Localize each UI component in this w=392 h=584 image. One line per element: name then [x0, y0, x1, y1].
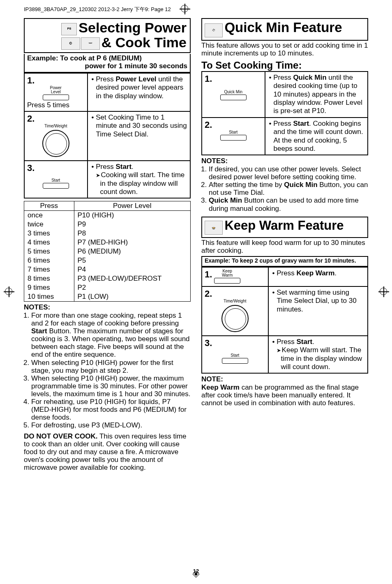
- step2-bullet: • Set Cooking Time to 1 minute and 30 se…: [90, 113, 187, 138]
- example-header: Example: To cook at P 6 (MEDIUM) power f…: [24, 54, 191, 72]
- fan-icon: 〰: [81, 37, 100, 50]
- registration-mark-icon: [5, 288, 12, 295]
- selecting-power-title-box: P8 Selecting Power ⏲ 〰 & Cook Time: [24, 18, 191, 53]
- kw-step3-arrow: Keep Warm will start. The time in the di…: [271, 346, 365, 371]
- power-level-button: PowerLevel: [27, 86, 85, 94]
- do-not-overcook: DO NOT OVER COOK. This oven requires les…: [24, 432, 191, 471]
- note-item: For reheating, use P10 (HIGH) for liquid…: [31, 398, 191, 421]
- quick-min-title-box: ⏱ Quick Min Feature: [201, 18, 368, 41]
- quick-min-steps-table: 1. Quick Min • Press Quick Min until the…: [201, 71, 368, 156]
- title-line2: & Cook Time: [101, 35, 187, 50]
- qm-step1-bullet: • Press Quick Min until the desired cook…: [268, 74, 365, 115]
- registration-mark-icon: [181, 5, 188, 12]
- step3-arrow: Cooking will start. The time in the disp…: [90, 171, 187, 196]
- quick-min-button: Quick Min: [205, 90, 262, 94]
- doc-header: IP3898_3BA70AP_29_120302 2012-3-2 Jerry …: [24, 6, 171, 13]
- registration-mark-icon: [380, 288, 387, 295]
- title-line1: Selecting Power: [78, 20, 187, 35]
- power-icon: P8: [61, 23, 77, 35]
- clock-icon: ⏲: [61, 37, 80, 50]
- keep-warm-steps-table: 1. KeepWarm • Press Keep Warm. 2. Time/W…: [201, 267, 368, 374]
- keep-warm-title: Keep Warm Feature: [224, 218, 344, 233]
- note-item: When selecting P10 (HIGH) power for the …: [31, 359, 191, 374]
- keep-warm-icon: 🍲: [205, 221, 223, 235]
- press-5-times: Press 5 times: [27, 101, 85, 109]
- keep-warm-button: KeepWarm: [214, 269, 240, 277]
- time-weight-button: Time/Weight: [27, 124, 85, 128]
- kw-step3-bullet: • Press Start.: [271, 338, 365, 346]
- step1-bullet: • Press Power Level until the desired po…: [90, 75, 187, 100]
- note-item: After setting the time by Quick Min Butt…: [209, 181, 368, 196]
- keep-warm-note: Keep Warm can be programmed as the final…: [201, 383, 368, 407]
- qm-notes-heading: NOTES:: [201, 157, 368, 165]
- time-weight-button: Time/Weight: [205, 299, 265, 303]
- notes-heading: NOTES:: [24, 303, 191, 312]
- start-button: Start: [205, 353, 265, 358]
- qm-notes-list: If desired, you can use other power leve…: [209, 165, 368, 212]
- start-button: Start: [27, 178, 85, 182]
- note-item: For defrosting, use P3 (MED-LOW).: [31, 421, 191, 429]
- keep-warm-intro: This feature will keep food warm for up …: [201, 239, 368, 254]
- start-button: Start: [205, 130, 262, 134]
- note-item: For more than one stage cooking, repeat …: [31, 312, 191, 358]
- right-column: ⏱ Quick Min Feature This feature allows …: [201, 18, 368, 471]
- time-select-dial-icon: [221, 305, 249, 332]
- note-item: If desired, you can use other power leve…: [209, 165, 368, 181]
- quick-min-intro: This feature allows you to set or add co…: [201, 42, 368, 57]
- page-number: 12: [0, 568, 392, 574]
- qm-step2-bullet: • Press Start. Cooking begins and the ti…: [268, 120, 365, 153]
- kw-step1-bullet: • Press Keep Warm.: [271, 269, 365, 277]
- keep-warm-title-box: 🍲 Keep Warm Feature: [201, 217, 368, 238]
- left-column: P8 Selecting Power ⏲ 〰 & Cook Time Examp…: [24, 18, 191, 471]
- note-item: Quick Min Button can be used to add more…: [209, 196, 368, 212]
- step3-bullet: • Press Start.: [90, 163, 187, 171]
- quick-min-icon: ⏱: [205, 23, 223, 37]
- left-notes-list: For more than one stage cooking, repeat …: [31, 312, 191, 429]
- steps-table: 1. PowerLevel Press 5 times • Press Powe…: [24, 73, 191, 199]
- keep-warm-example: Example: To keep 2 cups of gravy warm fo…: [201, 256, 368, 266]
- time-select-dial-icon: [42, 130, 69, 157]
- note-item: When selecting P10 (HIGH) power, the max…: [31, 374, 191, 398]
- to-set-heading: To Set Cooking Time:: [201, 60, 368, 71]
- kw-step2-bullet: • Set warming time using Time Select Dia…: [271, 289, 365, 314]
- power-level-table: PressPower Level onceP10 (HIGH) twiceP9 …: [24, 201, 191, 302]
- quick-min-title: Quick Min Feature: [224, 20, 342, 35]
- kw-note-heading: NOTE:: [201, 375, 368, 383]
